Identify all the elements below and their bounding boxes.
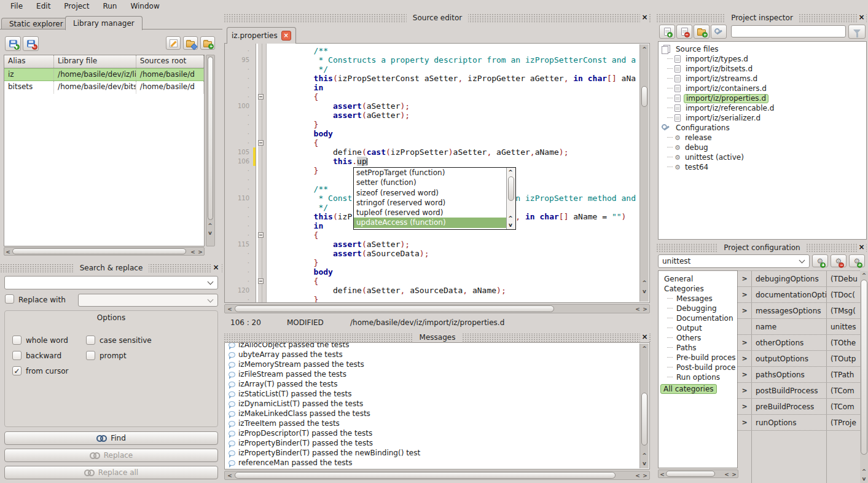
tree-item-file[interactable]: import/iz/bitsets.d <box>659 64 866 74</box>
checkbox-whole-word[interactable] <box>12 336 22 345</box>
property-row[interactable]: >documentationOpti(TDoc( <box>738 287 860 303</box>
message-row[interactable]: izPropertyBinder(T) passed the newBindin… <box>225 448 639 458</box>
add-sources-folder-button[interactable] <box>200 36 215 50</box>
completion-item[interactable]: stringof (reserved word) <box>354 198 515 208</box>
tree-item-file[interactable]: import/iz/serializer.d <box>659 113 866 123</box>
category-categories[interactable]: Categories <box>659 284 737 294</box>
tree-item-configuration[interactable]: ⚙unittest (active) <box>659 152 866 162</box>
fold-marker-icon[interactable] <box>258 278 264 284</box>
expander-icon[interactable]: > <box>738 351 751 366</box>
code-line[interactable]: · body <box>225 129 639 138</box>
column-header-library-file[interactable]: Library file <box>54 55 136 68</box>
messages-vscrollbar[interactable]: ^ ^ v <box>639 344 649 468</box>
code-line[interactable]: · } <box>225 258 639 267</box>
property-row[interactable]: >pathsOptions(TPath <box>738 367 860 383</box>
message-row[interactable]: izMakeLinkedClass passed the tests <box>225 409 639 418</box>
add-source-button[interactable] <box>659 25 675 39</box>
project-options-button[interactable] <box>711 25 727 39</box>
category-item[interactable]: Output <box>659 323 737 333</box>
replace-input[interactable] <box>78 294 218 307</box>
checkbox-case-sensitive[interactable] <box>86 336 95 345</box>
checkbox-backward[interactable] <box>12 351 22 360</box>
property-row[interactable]: >otherOptions(TOthe <box>738 335 860 351</box>
code-line[interactable]: · in <box>225 83 639 92</box>
code-line[interactable]: 100 assert(aSetter); <box>225 101 639 111</box>
expander-icon[interactable]: > <box>738 367 751 382</box>
open-library-sources-button[interactable] <box>183 36 198 50</box>
category-item[interactable]: Pre-build proces <box>659 353 737 363</box>
column-header-sources-root[interactable]: Sources root <box>136 55 204 68</box>
tree-root-source-files[interactable]: Source files <box>659 44 866 54</box>
remove-library-button[interactable] <box>23 36 39 51</box>
menu-item-window[interactable]: Window <box>123 1 166 11</box>
filter-button[interactable] <box>848 25 866 39</box>
tree-root-configurations[interactable]: Configurations <box>659 123 866 133</box>
expander-icon[interactable]: > <box>738 383 751 398</box>
categories-hscrollbar[interactable]: < < > <box>658 469 738 478</box>
message-row[interactable]: ubyteArray passed the tests <box>225 350 639 359</box>
property-row[interactable]: >preBuildProcess(TCom <box>738 399 860 415</box>
library-table-hscrollbar[interactable]: < < > <box>4 247 205 256</box>
message-row[interactable]: izDynamicList(T) passed the tests <box>225 399 639 409</box>
completion-item[interactable]: sizeof (reserved word) <box>354 188 515 198</box>
code-line[interactable]: · { <box>225 138 639 147</box>
code-line[interactable]: · } <box>225 295 639 303</box>
category-item[interactable]: Run options <box>659 372 737 382</box>
category-item[interactable]: Documentation <box>659 313 737 323</box>
menu-item-edit[interactable]: Edit <box>29 1 57 11</box>
completion-item[interactable]: setter (function) <box>354 178 515 187</box>
property-row[interactable]: >runOptions(TProje <box>738 415 860 431</box>
replace-all-button[interactable]: Replace all <box>4 466 218 479</box>
expander-icon[interactable]: > <box>738 415 751 430</box>
replace-button[interactable]: Replace <box>4 449 218 462</box>
add-source-folder-button[interactable] <box>694 25 710 39</box>
fold-marker-icon[interactable] <box>258 232 264 238</box>
code-line[interactable]: · assert(aGetter); <box>225 111 639 120</box>
message-row[interactable]: izTreeItem passed the tests <box>225 418 639 428</box>
tree-item-file[interactable]: import/iz/properties.d <box>659 93 866 103</box>
add-configuration-button[interactable]: ⚙ <box>812 254 828 267</box>
add-library-button[interactable] <box>5 36 21 51</box>
code-line[interactable]: · { <box>225 277 639 286</box>
code-line[interactable]: 120 define(aSetter, aSourceData, aName); <box>225 286 639 295</box>
fold-marker-icon[interactable] <box>258 94 264 100</box>
code-line[interactable]: · /** <box>225 46 639 55</box>
find-button[interactable]: Find <box>4 431 218 445</box>
menu-item-run[interactable]: Run <box>96 1 123 11</box>
tab-library-manager[interactable]: Library manager <box>65 16 143 30</box>
message-row[interactable]: referenceMan passed the tests <box>225 458 639 468</box>
remove-source-button[interactable] <box>676 25 692 39</box>
inspector-filter-input[interactable] <box>731 25 846 37</box>
menu-item-project[interactable]: Project <box>57 1 96 11</box>
completion-scrollbar[interactable]: ^ ^ v <box>506 168 515 229</box>
code-line[interactable]: · { <box>225 230 639 240</box>
expander-icon[interactable]: > <box>738 287 751 302</box>
tree-item-configuration[interactable]: ⚙debug <box>659 143 866 152</box>
messages-hscrollbar[interactable]: < < > <box>224 471 650 480</box>
fold-marker-icon[interactable] <box>258 140 264 146</box>
tree-item-file[interactable]: import/iz/containers.d <box>659 84 866 93</box>
tree-item-configuration[interactable]: ⚙release <box>659 133 866 143</box>
close-icon[interactable]: × <box>640 332 649 342</box>
completion-item[interactable]: setPropTarget (function) <box>354 168 515 178</box>
property-row[interactable]: >messagesOptions(TMsg( <box>738 303 860 319</box>
expander-icon[interactable] <box>738 319 751 334</box>
table-row[interactable]: iz/home/basile/dev/iz/lib/iz./home/basil… <box>4 68 204 81</box>
category-item[interactable]: Debugging <box>659 304 737 313</box>
all-categories-button[interactable]: All categories <box>660 384 717 394</box>
code-line[interactable]: 105 define(cast(izPropSetter)aSetter, aG… <box>225 147 639 157</box>
message-row[interactable]: izFileStream passed the tests <box>225 369 639 379</box>
message-row[interactable]: izMemoryStream passed the tests <box>225 359 639 369</box>
tree-item-file[interactable]: import/iz/streams.d <box>659 74 866 84</box>
expander-icon[interactable]: > <box>738 335 751 350</box>
category-item[interactable]: Post-build proce <box>659 363 737 372</box>
tree-item-file[interactable]: import/iz/referencable.d <box>659 103 866 113</box>
tab-static-explorer[interactable]: Static explorer <box>1 18 71 30</box>
search-input[interactable] <box>4 276 218 289</box>
code-line[interactable]: · body <box>225 267 639 277</box>
property-row[interactable]: >postBuildProcess(TCom <box>738 383 860 399</box>
properties-vscrollbar[interactable]: ^ ^ v <box>860 271 868 483</box>
property-row[interactable]: nameunittes <box>738 319 860 335</box>
message-row[interactable]: izArray(T) passed the tests <box>225 379 639 389</box>
message-row[interactable]: izPropDescriptor(T) passed the tests <box>225 428 639 438</box>
